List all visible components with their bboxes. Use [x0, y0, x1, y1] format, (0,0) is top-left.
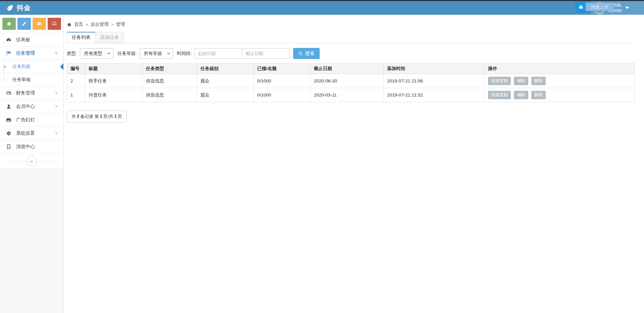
app-window: 抖金 迎光临, admin 拖拽上传 — [0, 0, 644, 313]
drag-upload-label: 拖拽上传 — [586, 3, 614, 11]
period-filter-label: 时间段: — [177, 51, 192, 57]
column-header-type: 任务类型 — [143, 64, 197, 74]
pagination-current-page: 1 — [100, 114, 102, 120]
breadcrumb-item-admin[interactable]: 后台管理 — [91, 21, 109, 27]
flag-icon — [6, 51, 12, 56]
search-button[interactable]: 搜索 — [293, 48, 320, 59]
end-date-input[interactable] — [242, 48, 290, 59]
cell-title: 快手任务 — [85, 74, 143, 88]
delete-button[interactable]: 删除 — [531, 77, 546, 85]
notifications-button[interactable] — [48, 18, 61, 30]
sidebar-item-label: 仪表板 — [16, 37, 30, 43]
column-header-deadline: 截止日期 — [310, 64, 383, 74]
level-filter-label: 任务等级: — [117, 51, 137, 57]
sidebar-subitem-label: 任务列表 — [12, 64, 31, 70]
app-title: 抖金 — [17, 3, 31, 12]
sidebar-item-task-management[interactable]: 任务管理 — [0, 47, 63, 60]
pagination-summary: 共 2 条记录 第 1 页/共 1 页 — [67, 111, 127, 123]
chevron-down-icon — [54, 91, 59, 95]
pagination-text: 条记录 第 — [80, 114, 99, 120]
tab-task-list[interactable]: 任务列表 — [67, 32, 96, 43]
delete-button[interactable]: 删除 — [531, 91, 546, 99]
tab-bar: 任务列表 添加任务 — [67, 32, 635, 43]
gear-icon — [6, 131, 12, 136]
home-button[interactable] — [2, 18, 16, 30]
sidebar-item-label: 财务管理 — [16, 90, 35, 96]
sidebar-item-label: 会员中心 — [16, 104, 35, 110]
quick-copy-button[interactable]: 快速复制 — [488, 77, 511, 85]
breadcrumb-separator: > — [86, 22, 88, 27]
cell-type: 供应信息 — [143, 88, 197, 102]
tab-add-task[interactable]: 添加任务 — [96, 32, 124, 43]
sidebar-item-finance[interactable]: 财务管理 — [0, 86, 63, 100]
pagination-total-count: 2 — [77, 114, 79, 120]
user-icon — [6, 104, 12, 109]
tree-branch-line — [4, 80, 9, 80]
sidebar-item-label: 系统设置 — [16, 130, 35, 136]
caret-down-icon — [625, 7, 629, 9]
breadcrumb: 首页 > 后台管理 > 管理 — [67, 21, 635, 27]
gauge-icon — [6, 37, 12, 43]
filter-bar: 类型: 所有类型 任务等级: 所有等级 时间段: — [67, 48, 635, 59]
cell-level: 观众 — [197, 88, 254, 102]
chevron-down-icon — [54, 131, 59, 135]
breadcrumb-separator: > — [111, 22, 114, 27]
bookmark-icon — [6, 144, 12, 149]
sidebar-collapse-button[interactable]: « — [27, 156, 37, 166]
type-select-value: 所有类型 — [84, 51, 102, 57]
pagination-total-pages: 1 — [114, 114, 117, 120]
cell-type: 供应信息 — [143, 74, 197, 88]
sidebar-item-task-review[interactable]: 任务审核 — [0, 73, 63, 86]
table-row: 2 快手任务 供应信息 观众 0/1000 2020-06-30 2019-07… — [67, 74, 635, 88]
drag-upload-overlay[interactable]: 拖拽上传 — [576, 2, 614, 11]
level-select-value: 所有等级 — [144, 51, 162, 57]
bell-icon — [52, 21, 57, 26]
start-date-input[interactable] — [195, 48, 243, 59]
search-button-label: 搜索 — [305, 51, 315, 57]
sidebar-filler — [0, 169, 63, 313]
type-select[interactable]: 所有类型 — [80, 48, 113, 59]
cell-added: 2019-07-21 21:56 — [384, 74, 485, 88]
main-content: 首页 > 后台管理 > 管理 任务列表 添加任务 类型: 所有类型 任务等级: — [64, 15, 644, 313]
column-header-title: 标题 — [85, 64, 143, 74]
cell-quota: 0/1000 — [254, 74, 310, 88]
users-icon — [37, 21, 42, 26]
quick-copy-button[interactable]: 快速复制 — [488, 91, 511, 99]
sidebar-item-dashboard[interactable]: 仪表板 — [0, 33, 63, 47]
leaf-icon — [6, 4, 14, 12]
sidebar-menu: 仪表板 任务管理 » 任务列表 — [0, 33, 63, 153]
sidebar: 仪表板 任务管理 » 任务列表 — [0, 15, 64, 313]
netdisk-icon[interactable] — [576, 2, 586, 11]
cell-actions: 快速复制 编辑 删除 — [485, 88, 635, 102]
sidebar-item-task-list[interactable]: » 任务列表 — [0, 60, 63, 73]
breadcrumb-item-current: 管理 — [116, 21, 125, 27]
sidebar-item-member-center[interactable]: 会员中心 — [0, 100, 63, 113]
sidebar-item-message-center[interactable]: 消息中心 — [0, 140, 63, 153]
chevron-down-icon — [54, 104, 59, 109]
chevron-down-icon — [167, 52, 170, 55]
sidebar-collapse-row: « — [0, 153, 63, 169]
breadcrumb-item-home[interactable]: 首页 — [74, 21, 83, 27]
sidebar-item-ad-slides[interactable]: 广告幻灯 — [0, 113, 63, 127]
cell-level: 观众 — [197, 74, 254, 88]
edit-button[interactable] — [17, 18, 31, 30]
cell-id: 2 — [67, 74, 85, 88]
home-icon — [67, 22, 72, 27]
users-button[interactable] — [33, 18, 46, 30]
active-item-wedge — [60, 63, 63, 70]
cell-deadline: 2020-06-30 — [310, 74, 383, 88]
cell-actions: 快速复制 编辑 删除 — [485, 74, 635, 88]
cell-id: 1 — [67, 88, 85, 102]
column-header-added: 添加时间 — [384, 64, 485, 74]
edit-button[interactable]: 编辑 — [514, 91, 528, 99]
level-select[interactable]: 所有等级 — [140, 48, 173, 59]
edit-button[interactable]: 编辑 — [514, 77, 528, 85]
column-header-level: 任务级别 — [197, 64, 254, 74]
sidebar-item-system-settings[interactable]: 系统设置 — [0, 127, 63, 140]
pagination-text: 页 — [118, 114, 122, 120]
column-header-actions: 操作 — [485, 64, 635, 74]
type-filter-label: 类型: — [67, 51, 77, 57]
sidebar-subitem-label: 任务审核 — [12, 77, 31, 83]
search-icon — [298, 51, 303, 56]
task-table: 编号 标题 任务类型 任务级别 已领/名额 截止日期 添加时间 操作 2 快手任… — [67, 63, 635, 102]
